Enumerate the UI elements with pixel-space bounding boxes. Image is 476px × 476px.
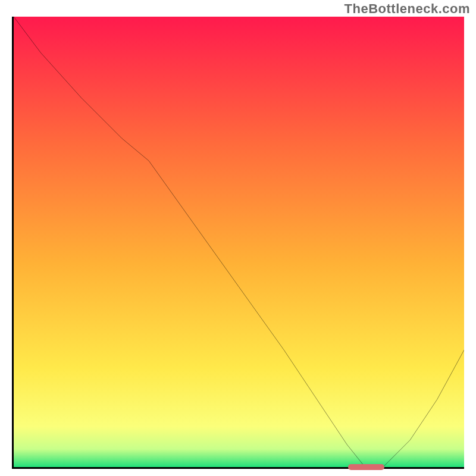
- optimal-marker: [348, 464, 384, 470]
- watermark-text: TheBottleneck.com: [345, 1, 470, 17]
- chart-plot-area: [12, 17, 464, 469]
- curve-line: [14, 17, 464, 467]
